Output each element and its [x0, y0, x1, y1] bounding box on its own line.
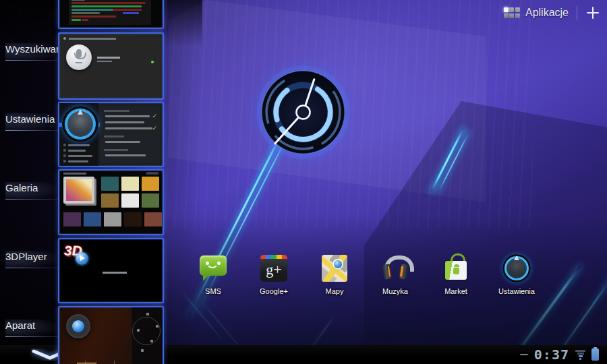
recent-thumbnail-voice-search[interactable] [58, 32, 164, 100]
battery-icon [591, 348, 599, 361]
recent-label-settings[interactable]: Ustawienia [5, 113, 59, 131]
clock-text: 0:37 [534, 346, 569, 363]
recent-label-3dplayer[interactable]: 3DPlayer [5, 251, 59, 268]
play-icon [76, 252, 88, 265]
notification-dash-icon [520, 354, 528, 356]
status-cluster[interactable]: 0:37 [520, 345, 599, 364]
microphone-icon [66, 44, 92, 70]
signal-icon [575, 350, 585, 360]
gallery-photo-stack [63, 177, 94, 204]
recent-thumbnail-camera[interactable] [58, 306, 164, 364]
recent-label-camera[interactable]: Aparat [5, 320, 59, 337]
recent-thumbnail-3dplayer[interactable]: 3D [58, 238, 164, 303]
settings-knob-graphic [62, 106, 98, 142]
recent-thumbnail-stats[interactable] [58, 0, 164, 29]
recent-apps-panel: Wyszukiwar Ustawienia Galeria 3DPlayer A… [0, 0, 169, 364]
recent-thumbnail-gallery[interactable] [58, 169, 164, 235]
camera-shutter-icon [66, 314, 90, 338]
recent-label-search[interactable]: Wyszukiwar [5, 43, 59, 61]
android-recents-screen: Google Aplikacje [0, 0, 607, 364]
recent-label-gallery[interactable]: Galeria [5, 182, 59, 200]
recent-thumbnail-settings[interactable]: ✓ ✓ [58, 102, 164, 167]
